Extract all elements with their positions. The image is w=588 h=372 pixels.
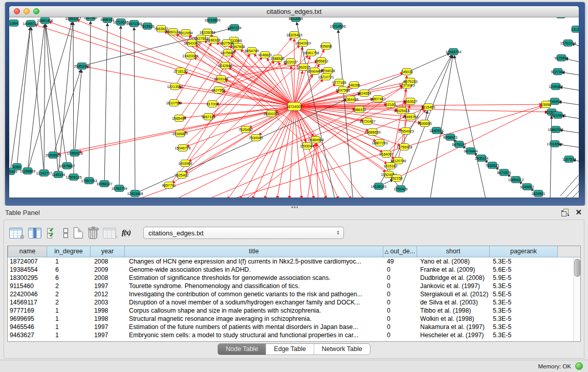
- table-cell[interactable]: 0: [383, 282, 417, 290]
- column-header-short[interactable]: short: [417, 246, 490, 257]
- graph-edge[interactable]: [430, 56, 453, 198]
- graph-edge[interactable]: [44, 25, 45, 173]
- table-row[interactable]: 1830029562008Estimation of significance …: [8, 274, 574, 282]
- table-cell[interactable]: 5.3E-5: [490, 323, 558, 331]
- graph-node[interactable]: 2803144: [214, 76, 228, 82]
- graph-node[interactable]: 917004: [206, 101, 218, 107]
- table-cell[interactable]: 0: [383, 298, 417, 307]
- graph-node[interactable]: 19756928: [396, 144, 412, 150]
- table-cell[interactable]: Corpus callosum shape and size in male p…: [125, 307, 383, 315]
- table-cell[interactable]: 1997: [91, 282, 125, 290]
- table-cell[interactable]: 1: [47, 307, 91, 315]
- table-scrollbar[interactable]: [573, 257, 580, 341]
- graph-node[interactable]: 62160: [385, 101, 396, 108]
- graph-node[interactable]: 9857791: [162, 182, 176, 189]
- graph-edge[interactable]: [28, 23, 72, 171]
- graph-edge[interactable]: [119, 26, 121, 188]
- graph-edge[interactable]: [31, 28, 44, 173]
- column-header-year[interactable]: year: [91, 246, 125, 257]
- table-cell[interactable]: 2009: [91, 266, 125, 274]
- table-cell[interactable]: 9699695: [8, 315, 47, 323]
- graph-node[interactable]: 10688639: [364, 129, 380, 136]
- graph-node[interactable]: 8322037: [284, 59, 297, 65]
- table-cell[interactable]: Jankovic et al. (1997): [417, 282, 490, 290]
- function-builder-button[interactable]: f(x): [122, 229, 130, 237]
- table-row[interactable]: 977716911998Corpus callosum shape and si…: [8, 307, 574, 315]
- graph-node[interactable]: 19218596: [330, 23, 345, 30]
- table-cell[interactable]: 9463627: [8, 331, 47, 339]
- graph-node[interactable]: 12142737: [36, 170, 52, 177]
- graph-node[interactable]: 2935114: [475, 155, 489, 162]
- table-cell[interactable]: 5.3E-5: [490, 307, 558, 315]
- table-cell[interactable]: Embryonic stem cells: a model to study s…: [125, 331, 383, 339]
- graph-node[interactable]: 17359928: [67, 150, 82, 157]
- graph-node[interactable]: 3824554: [357, 90, 371, 97]
- graph-node[interactable]: 18300295: [263, 111, 279, 117]
- graph-node[interactable]: 17016504: [547, 141, 562, 147]
- table-cell[interactable]: 5.6E-5: [490, 266, 558, 274]
- graph-edge[interactable]: [104, 24, 107, 184]
- column-header-name[interactable]: name: [8, 246, 47, 257]
- graph-edge[interactable]: [294, 106, 326, 198]
- table-row[interactable]: 1938455462009Genome-wide association stu…: [8, 266, 574, 274]
- graph-node[interactable]: 1167533: [562, 156, 576, 163]
- graph-node[interactable]: 1527602: [83, 17, 97, 21]
- create-column-button[interactable]: [74, 227, 83, 238]
- table-cell[interactable]: Tourette syndrome. Phenomenology and cla…: [125, 282, 383, 290]
- graph-node[interactable]: 905698: [320, 43, 332, 50]
- column-header-pagerank[interactable]: pagerank: [490, 246, 558, 257]
- graph-node[interactable]: 745033: [401, 69, 412, 75]
- graph-node[interactable]: 18107554: [166, 100, 182, 106]
- table-cell[interactable]: Genome-wide association studies in ADHD.: [125, 266, 383, 274]
- graph-node[interactable]: 9699695: [418, 120, 431, 127]
- column-visibility-button[interactable]: [28, 228, 41, 238]
- column-header-out_de[interactable]: △out_de...: [383, 246, 417, 257]
- graph-edge[interactable]: [10, 28, 30, 171]
- table-cell[interactable]: 0: [383, 274, 417, 282]
- table-cell[interactable]: 5.5E-5: [490, 290, 558, 298]
- graph-node[interactable]: 16958107: [96, 181, 112, 187]
- graph-edge[interactable]: [294, 106, 363, 198]
- graph-edge[interactable]: [17, 28, 30, 167]
- graph-node[interactable]: 20053346: [74, 63, 90, 70]
- table-cell[interactable]: Nakamura et al. (1997): [417, 323, 490, 331]
- graph-node[interactable]: 16640910: [295, 40, 311, 47]
- table-cell[interactable]: 9465546: [8, 323, 47, 331]
- graph-node[interactable]: 10975887: [59, 163, 75, 169]
- table-cell[interactable]: Wolkin et al. (1998): [417, 315, 490, 323]
- graph-node[interactable]: 15958: [541, 101, 551, 108]
- table-cell[interactable]: 2012: [91, 290, 125, 298]
- network-window-titlebar[interactable]: citations_edges.txt: [9, 6, 579, 17]
- delete-column-button[interactable]: [89, 228, 97, 238]
- table-cell[interactable]: 6: [47, 274, 91, 282]
- graph-node[interactable]: 7857224: [227, 25, 241, 31]
- table-cell[interactable]: 2008: [91, 274, 125, 282]
- table-cell[interactable]: 19384554: [8, 266, 47, 274]
- graph-node[interactable]: 19210721: [318, 74, 334, 80]
- table-cell[interactable]: Structural magnetic resonance image aver…: [125, 315, 383, 323]
- graph-node[interactable]: 8454749: [245, 48, 258, 54]
- table-cell[interactable]: Disruption of a novel member of a sodium…: [125, 298, 383, 307]
- graph-node[interactable]: 6794028: [321, 68, 335, 74]
- graph-edge[interactable]: [454, 56, 486, 198]
- table-cell[interactable]: Stergiakouli et al. (2012): [417, 290, 490, 298]
- graph-edge[interactable]: [294, 106, 351, 198]
- graph-node[interactable]: 15892971: [548, 126, 563, 133]
- close-window-icon[interactable]: [14, 8, 20, 14]
- graph-node[interactable]: 7632621: [485, 162, 499, 169]
- table-selector-dropdown[interactable]: citations_edges.txt ▲▼: [143, 227, 344, 239]
- table-cell[interactable]: 49: [383, 257, 417, 266]
- network-canvas[interactable]: 1384140557242089140610653287152760294661…: [9, 17, 579, 198]
- table-cell[interactable]: 0: [383, 323, 417, 331]
- table-row[interactable]: 1456911722003Disruption of a novel membe…: [8, 298, 574, 307]
- graph-node[interactable]: 9227343: [551, 69, 564, 75]
- graph-node[interactable]: 7534945: [249, 135, 263, 141]
- citation-graph[interactable]: 1384140557242089140610653287152760294661…: [9, 17, 579, 198]
- graph-node[interactable]: 1965499: [172, 115, 186, 122]
- graph-node[interactable]: 16033809: [204, 17, 220, 24]
- table-row[interactable]: 1872400712008Changes of HCN gene express…: [8, 257, 574, 266]
- table-cell[interactable]: 14569117: [8, 298, 47, 307]
- graph-node[interactable]: 9245652: [520, 184, 534, 190]
- graph-node[interactable]: 20206516: [45, 152, 61, 159]
- close-panel-icon[interactable]: ✕: [575, 209, 582, 216]
